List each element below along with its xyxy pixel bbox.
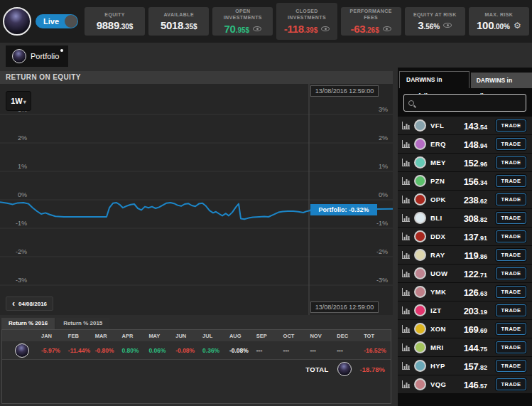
darwin-avatar[interactable] [414,156,426,169]
month-return-value: --- [337,347,364,354]
bar-chart-icon[interactable] [401,287,411,297]
gear-icon[interactable]: ⚙ [514,21,521,30]
darwin-avatar[interactable] [414,249,426,261]
return-on-equity-chart[interactable]: 3%3%2%2%1%1%0%0%-1%-1%-2%-2%-3%-3% 1W▾ 1… [0,84,393,315]
darwin-avatar[interactable] [414,360,426,372]
bar-chart-icon[interactable] [401,380,411,389]
main-area: RETURN ON EQUITY 3%3%2%2%1%1%0%0%-1%-1%-… [0,68,532,406]
trade-button[interactable]: TRADE [496,156,526,169]
live-toggle[interactable]: Live [36,14,78,28]
top-bar: Live EQUITY 9889.30$ AVAILABLE 5018.35$ … [0,0,532,43]
chevron-down-icon: ▾ [23,99,26,105]
darwin-avatar[interactable] [414,138,426,150]
cursor-datetime-bottom: 13/08/2016 12:59:00 [310,301,379,313]
darwin-row: VFL 143.54 TRADE [398,117,532,134]
month-column-header: AUG [229,333,256,339]
eye-icon[interactable] [321,26,330,31]
darwin-avatar[interactable] [414,175,426,187]
svg-text:2%: 2% [18,134,27,141]
month-column-header: NOV [310,333,337,339]
bar-chart-icon[interactable] [401,195,411,204]
portfolio-avatar-icon [337,362,352,376]
trade-button[interactable]: TRADE [496,341,526,353]
trade-button[interactable]: TRADE [496,230,526,242]
trade-button[interactable]: TRADE [496,175,526,187]
bar-chart-icon[interactable] [401,213,411,223]
trade-button[interactable]: TRADE [496,304,526,316]
bar-chart-icon[interactable] [401,269,411,278]
svg-text:-3%: -3% [376,277,388,284]
darwin-search-box[interactable] [403,94,526,112]
darwin-avatar[interactable] [414,304,426,316]
trade-button[interactable]: TRADE [496,267,526,279]
bar-chart-icon[interactable] [401,176,411,186]
darwin-list: VFL 143.54 TRADE ERQ 148.94 TRADE [398,117,532,394]
darwin-avatar[interactable] [414,323,426,335]
darwin-avatar[interactable] [414,230,426,242]
stat-value: 100.00% ⚙ [477,19,521,31]
eye-icon[interactable] [253,26,261,31]
stat-value: -118.39$ [284,23,330,35]
darwin-avatar[interactable] [414,193,426,205]
darwin-row: DDX 137.91 TRADE [398,228,532,245]
trade-button[interactable]: TRADE [496,193,526,205]
month-return-value: -0.80% [95,347,122,354]
stat-label: EQUITY AT RISK [413,12,457,18]
bar-chart-icon[interactable] [401,121,411,130]
trade-button[interactable]: TRADE [496,119,526,132]
trade-button[interactable]: TRADE [496,286,526,298]
bar-chart-icon[interactable] [401,139,411,149]
darwin-avatar[interactable] [414,341,426,353]
darwin-avatar[interactable] [414,267,426,279]
darwin-avatar[interactable] [414,378,426,390]
darwin-price: 156.34 [455,175,487,188]
darwin-avatar[interactable] [414,286,426,298]
darwin-avatar[interactable] [414,119,426,132]
month-column-header: MAY [148,333,175,339]
period-selector-dropdown[interactable]: 1W▾ [6,91,31,111]
portfolio-tab-label: Portfolio [31,52,59,60]
trade-button[interactable]: TRADE [496,249,526,261]
bar-chart-icon[interactable] [401,232,411,241]
bar-chart-icon[interactable] [401,158,411,167]
eye-icon[interactable] [383,26,391,31]
darwin-avatar[interactable] [414,212,426,224]
total-value: -18.78% [360,365,385,373]
eye-icon[interactable] [443,23,452,28]
live-toggle-knob [65,15,77,28]
darwin-row: MRI 144.75 TRADE [398,338,532,356]
bar-chart-icon[interactable] [401,250,411,260]
tab-darwins-in-filters[interactable]: DARWINS in Filters [471,73,532,88]
trade-button[interactable]: TRADE [496,378,526,390]
trade-button[interactable]: TRADE [496,212,526,224]
darwin-ticker: PZN [430,177,455,185]
app-root: Live EQUITY 9889.30$ AVAILABLE 5018.35$ … [0,0,532,406]
tab-return-2015[interactable]: Return % 2015 [56,318,109,329]
tab-darwins-in-portfolio[interactable]: DARWINS in Portfolio [399,71,469,88]
bar-chart-icon[interactable] [401,361,411,370]
month-return-value: 0.06% [148,347,175,354]
darwin-price: 122.71 [455,267,487,280]
month-return-value: -0.08% [175,347,202,354]
stat-label: CLOSED INVESTMENTS [281,9,332,21]
user-avatar[interactable] [3,7,31,36]
darwin-ticker: OPK [430,196,455,203]
month-column-header: TOT [364,333,391,339]
search-input[interactable] [418,99,521,107]
returns-header-row: JANFEBMARAPRMAYJUNJULAUGSEPOCTNOVDECTOT [2,330,391,341]
bar-chart-icon[interactable] [401,306,411,315]
tab-return-2016[interactable]: Return % 2016 [1,318,55,329]
stat-box: AVAILABLE 5018.35$ [148,7,209,36]
bar-chart-icon[interactable] [401,343,411,352]
stat-value: 9889.30$ [97,19,134,31]
stat-box: OPEN INVESTMENTS 70.95$ [212,7,273,36]
trade-button[interactable]: TRADE [496,138,526,150]
tab-portfolio[interactable]: Portfolio [6,46,68,67]
svg-text:-2%: -2% [16,248,27,255]
trade-button[interactable]: TRADE [496,360,526,372]
prev-date-button[interactable]: ‹04/08/2016 [6,297,53,311]
trade-button[interactable]: TRADE [496,323,526,335]
darwins-panel: DARWINS in Portfolio DARWINS in Filters … [398,68,532,406]
svg-text:1%: 1% [379,163,388,170]
bar-chart-icon[interactable] [401,324,411,333]
